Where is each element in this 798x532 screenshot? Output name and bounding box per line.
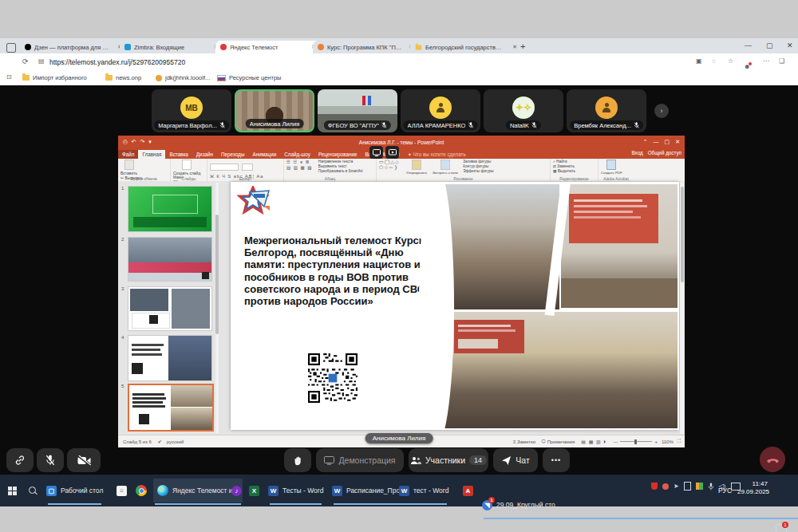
- bookmark-news[interactable]: news.onp: [105, 73, 141, 83]
- bookmark-import[interactable]: Импорт избранного: [22, 73, 87, 83]
- ppt-tab-insert[interactable]: Вставка: [165, 150, 192, 159]
- participants-button[interactable]: Участники 14: [409, 448, 488, 472]
- profile-icon[interactable]: ☻: [744, 63, 750, 70]
- ppt-tab-animations[interactable]: Анимации: [249, 150, 281, 159]
- tray-mic-icon[interactable]: [708, 483, 714, 491]
- taskbar-clock[interactable]: 11:47 29.09.2025: [737, 480, 768, 497]
- current-slide[interactable]: Межрегиональный телемост Курск-Белгород,…: [231, 182, 679, 430]
- window-close-button[interactable]: ✕: [787, 41, 793, 49]
- language-indicator[interactable]: РУС: [718, 479, 732, 502]
- participant-tile-alla[interactable]: АЛЛА КРАМАРЕНКО: [401, 89, 480, 132]
- align-buttons[interactable]: ▤ ▥ ▦ ▧: [286, 165, 312, 170]
- arrange-button[interactable]: Упорядочить: [406, 160, 427, 175]
- create-pdf-button[interactable]: Создать PDF: [601, 160, 622, 175]
- taskbar-search-button[interactable]: [29, 479, 37, 502]
- participant-tile-anisimova-video[interactable]: Анисимова Лилия: [235, 89, 314, 132]
- taskbar-excel-button[interactable]: X: [249, 479, 259, 502]
- tray-record-icon[interactable]: [662, 483, 669, 490]
- smartart-button[interactable]: Преобразовать в SmartArt: [318, 169, 363, 173]
- shape-outline-button[interactable]: Контур фигуры: [463, 164, 493, 168]
- slide-thumbnail-5-selected[interactable]: [128, 384, 214, 432]
- ppt-window-controls[interactable]: ⌃—▢✕: [643, 139, 680, 145]
- shapes-gallery[interactable]: ▭◯△◇: [379, 160, 400, 164]
- font-name-box[interactable]: [210, 164, 239, 171]
- taskbar-chrome-button[interactable]: [136, 479, 147, 502]
- ppt-tab-review[interactable]: Рецензирование: [314, 150, 361, 159]
- tab-close-icon[interactable]: ✕: [512, 44, 517, 50]
- ppt-tab-design[interactable]: Дизайн: [192, 150, 217, 159]
- replace-button[interactable]: ⇄ Заменить: [553, 164, 575, 168]
- participant-tile-vrembyak[interactable]: Врембяк Александ...: [567, 89, 646, 132]
- new-tab-button[interactable]: +: [520, 41, 525, 51]
- taskbar-notepad-button[interactable]: ≡: [117, 479, 127, 502]
- find-button[interactable]: ⌕ Найти: [553, 160, 575, 164]
- more-menu-icon[interactable]: ⋯: [763, 57, 769, 65]
- extension-icon[interactable]: ▣: [696, 57, 702, 65]
- notification-center-button[interactable]: 1: [776, 517, 798, 532]
- taskbar-media-button[interactable]: ♪: [231, 479, 242, 502]
- paste-button[interactable]: Вставить: [120, 160, 137, 175]
- participant-tile-natalik[interactable]: ✦✧ NataliK: [484, 89, 563, 132]
- more-options-button[interactable]: •••: [543, 448, 570, 472]
- tray-usb-icon[interactable]: [684, 482, 691, 491]
- ppt-share-button[interactable]: Общий доступ: [648, 150, 681, 156]
- tray-app-grid-icon[interactable]: [696, 483, 703, 490]
- taskbar-word2-button[interactable]: WРасписание_Прог...: [332, 479, 407, 502]
- favorites-star-icon[interactable]: ☆: [728, 57, 733, 65]
- taskbar-word3-button[interactable]: Wтест - Word: [399, 479, 448, 502]
- ppt-account-area[interactable]: Вход Общий доступ: [631, 150, 681, 156]
- new-slide-button[interactable]: Создать слайд: [173, 160, 200, 175]
- end-call-button[interactable]: [760, 447, 785, 472]
- notes-button[interactable]: ≡ Заметки: [513, 439, 535, 444]
- ppt-tab-transitions[interactable]: Переходы: [217, 150, 249, 159]
- slide-thumbnail-2[interactable]: [128, 237, 212, 282]
- tab-belgorod[interactable]: Белгородский государственный ✕: [410, 41, 522, 53]
- zoom-level[interactable]: 110%: [662, 439, 674, 444]
- url-text[interactable]: https://telemost.yandex.ru/j/52976200955…: [49, 58, 185, 66]
- raise-hand-button[interactable]: [284, 448, 311, 472]
- scroll-thumb[interactable]: [215, 215, 219, 334]
- tab-telemost-active[interactable]: Яндекс Телемост ✕: [215, 41, 321, 53]
- download-icon[interactable]: ◌: [712, 57, 716, 65]
- microphone-toggle-button[interactable]: [37, 448, 64, 472]
- reload-icon[interactable]: ⟳: [22, 57, 29, 65]
- tray-arrow-icon[interactable]: ➤: [674, 483, 679, 490]
- participant-tile-margarita[interactable]: MB Маргарита Варфол...: [152, 89, 231, 132]
- zoom-out-button[interactable]: —: [613, 439, 618, 444]
- text-direction-button[interactable]: Направление текста: [318, 160, 363, 164]
- slide-thumbnail-3[interactable]: [128, 286, 212, 331]
- taskbar-desktop-button[interactable]: ▢Рабочий стол: [46, 479, 103, 502]
- select-button[interactable]: ▦ Выделить: [553, 169, 575, 173]
- language-indicator[interactable]: русский: [167, 439, 184, 444]
- taskbar-word1-button[interactable]: WТесты - Word: [268, 479, 323, 502]
- site-info-icon[interactable]: ▤: [38, 57, 45, 65]
- start-button[interactable]: [8, 479, 17, 502]
- share-overlay-window-button[interactable]: [369, 146, 383, 159]
- camera-toggle-button[interactable]: [67, 448, 101, 472]
- bookmarks-panel-icon[interactable]: ⊡: [6, 73, 12, 81]
- font-size-box[interactable]: [242, 164, 253, 171]
- slide-thumbnail-1[interactable]: [128, 186, 212, 232]
- share-screen-button[interactable]: Демонстрация: [316, 448, 404, 472]
- ppt-tellme-box[interactable]: ✦ Что вы хотите сделать: [404, 150, 470, 159]
- taskbar-acrobat-button[interactable]: A: [463, 479, 473, 502]
- zoom-slider[interactable]: [620, 441, 652, 442]
- slide-scrollbar[interactable]: [680, 182, 684, 434]
- chat-button[interactable]: Чат: [493, 448, 538, 472]
- bookmark-jdk[interactable]: jdk(jhhnk.looolf...: [156, 73, 210, 83]
- list-buttons[interactable]: ☰ ☱ ≡ ≣: [286, 160, 312, 164]
- copy-link-button[interactable]: [6, 448, 34, 472]
- window-minimize-button[interactable]: —: [745, 41, 752, 49]
- zoom-in-button[interactable]: +: [654, 439, 658, 444]
- fit-slide-button[interactable]: ⛶: [678, 439, 681, 444]
- view-buttons[interactable]: ▤ ▦ ▥ ⏵: [581, 439, 606, 445]
- tab-zimbra[interactable]: Zimbra: Входящие ✕: [120, 41, 223, 53]
- spellcheck-icon[interactable]: ✔: [158, 439, 162, 444]
- tab-course[interactable]: Курс: Программа КПК "Против ✕: [313, 41, 418, 53]
- panel-scrollbar[interactable]: [215, 183, 219, 433]
- window-maximize-button[interactable]: ▢: [766, 41, 773, 49]
- align-text-button[interactable]: Выровнять текст: [318, 164, 363, 168]
- comments-button[interactable]: 🗨 Примечания: [541, 439, 575, 444]
- shape-effects-button[interactable]: Эффекты фигуры: [463, 169, 493, 173]
- participant-tile-agpu-video[interactable]: ФГБОУ ВО "АГПУ": [318, 89, 397, 132]
